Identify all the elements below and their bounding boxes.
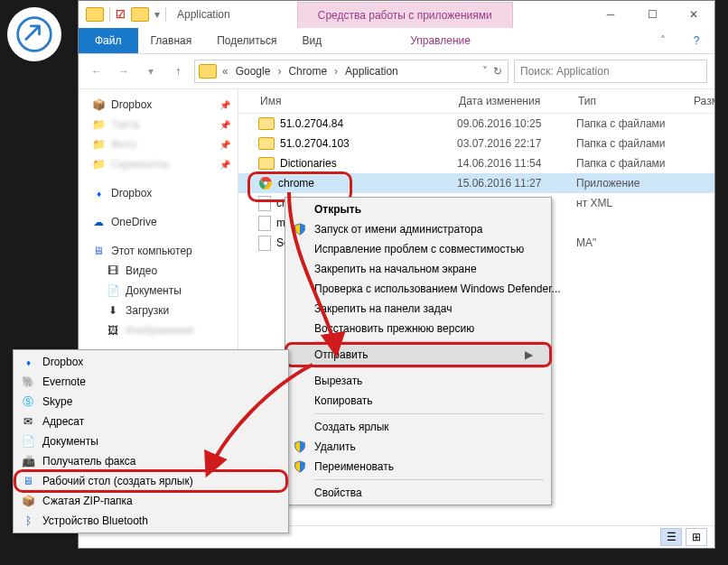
submenu-dropbox[interactable]: ⬧Dropbox (15, 352, 286, 372)
file-icon (258, 236, 271, 251)
pin-icon: 📌 (219, 100, 230, 110)
zip-icon: 📦 (21, 494, 35, 508)
view-details-button[interactable]: ☰ (660, 528, 682, 546)
breadcrumb-root-chevron[interactable]: « (220, 65, 230, 78)
maximize-button[interactable]: ☐ (631, 1, 673, 28)
submenu-desktop-shortcut[interactable]: 🖥Рабочий стол (создать ярлык) (15, 471, 286, 491)
column-size[interactable]: Разм (688, 95, 714, 107)
column-headers[interactable]: Имя Дата изменения Тип Разм (238, 89, 714, 114)
video-icon: 🎞 (106, 264, 120, 278)
menu-pin-start[interactable]: Закрепить на начальном экране (287, 259, 549, 279)
menu-run-admin[interactable]: Запуск от имени администратора (287, 219, 549, 239)
file-type: Приложение (576, 177, 686, 190)
file-date: 03.07.2016 22:17 (457, 137, 576, 150)
address-dropdown-icon[interactable]: ˅ (481, 65, 490, 78)
tree-item-dropbox[interactable]: 📦Dropbox📌 (79, 95, 238, 115)
tree-item-video[interactable]: 🎞Видео (79, 261, 238, 281)
qat-checkbox-icon[interactable]: ☑ (116, 8, 126, 21)
qat-dropdown-icon[interactable]: ▾ (154, 8, 160, 21)
search-input[interactable]: Поиск: Application (514, 60, 707, 83)
fax-icon: 📠 (21, 454, 35, 468)
bluetooth-icon: ᛒ (21, 514, 35, 528)
submenu-evernote[interactable]: 🐘Evernote (15, 372, 286, 392)
submenu-documents[interactable]: 📄Документы (15, 431, 286, 451)
breadcrumb-seg[interactable]: Application (341, 65, 402, 78)
window-title: Application (177, 8, 230, 21)
file-name: 51.0.2704.84 (280, 117, 343, 130)
tree-item-downloads[interactable]: ⬇Загрузки (79, 301, 238, 320)
tab-manage[interactable]: Управление (397, 28, 483, 53)
menu-copy[interactable]: Копировать (287, 391, 549, 411)
file-icon (258, 216, 271, 231)
path-folder-icon (199, 64, 217, 79)
minimize-button[interactable]: ─ (590, 1, 631, 28)
menu-properties[interactable]: Свойства (287, 483, 549, 503)
qat-newfolder-icon[interactable] (131, 7, 149, 22)
menu-compat[interactable]: Исправление проблем с совместимостью (287, 239, 549, 259)
folder-icon: 📁 (91, 137, 106, 152)
menu-delete[interactable]: Удалить (287, 437, 549, 457)
tree-item[interactable]: 📁Скриншоты📌 (79, 154, 238, 174)
desktop-shortcut-icon[interactable] (7, 7, 61, 61)
dropbox-icon: ⬧ (91, 186, 106, 200)
nav-up-button[interactable]: ↑ (167, 60, 189, 82)
tab-home[interactable]: Главная (138, 28, 205, 53)
breadcrumb-seg[interactable]: Chrome (285, 65, 331, 78)
downloads-icon: ⬇ (106, 303, 120, 318)
submenu-arrow-icon: ▶ (503, 348, 533, 361)
submenu-fax[interactable]: 📠Получатель факса (15, 451, 286, 471)
address-bar[interactable]: « Google › Chrome › Application ˅ ↻ (194, 60, 509, 83)
menu-shortcut[interactable]: Создать ярлык (287, 417, 549, 437)
submenu-zip[interactable]: 📦Сжатая ZIP-папка (15, 491, 286, 511)
tree-item[interactable]: 🖼Изображения (79, 320, 238, 340)
menu-rename[interactable]: Переименовать (287, 457, 549, 477)
tab-file[interactable]: Файл (79, 28, 138, 53)
file-type: МА" (576, 236, 686, 249)
tree-item-documents[interactable]: 📄Документы (79, 281, 238, 301)
folder-icon: 📁 (91, 117, 106, 132)
folder-icon: 🖼 (106, 323, 120, 338)
folder-icon (258, 157, 275, 170)
pc-icon: 🖥 (91, 244, 106, 258)
tab-view[interactable]: Вид (289, 28, 334, 53)
file-row[interactable]: 51.0.2704.10303.07.2016 22:17Папка с фай… (238, 134, 714, 153)
tree-item-onedrive[interactable]: ☁OneDrive (79, 212, 238, 232)
close-button[interactable]: ✕ (673, 1, 714, 28)
nav-back-button[interactable]: ← (86, 60, 107, 82)
help-button[interactable]: ? (678, 28, 714, 53)
menu-open[interactable]: Открыть (287, 199, 549, 219)
submenu-addressee[interactable]: ✉Адресат (15, 412, 286, 431)
menu-cut[interactable]: Вырезать (287, 371, 549, 391)
tree-item[interactable]: 📁Фото📌 (79, 134, 238, 154)
submenu-bluetooth[interactable]: ᛒУстройство Bluetooth (15, 511, 286, 531)
refresh-icon[interactable]: ↻ (491, 65, 504, 78)
file-row[interactable]: 51.0.2704.8409.06.2016 10:25Папка с файл… (238, 114, 714, 134)
documents-icon: 📄 (21, 434, 35, 449)
dropbox-icon: 📦 (91, 97, 106, 112)
menu-restore[interactable]: Восстановить прежнюю версию (287, 319, 549, 338)
tree-item-thispc[interactable]: 🖥Этот компьютер (79, 241, 238, 261)
evernote-icon: 🐘 (21, 375, 35, 389)
file-type: нт XML (576, 197, 686, 209)
menu-defender[interactable]: Проверка с использованием Windows Defend… (287, 279, 549, 299)
dropbox-icon: ⬧ (21, 355, 35, 369)
tree-item[interactable]: 📁Такта📌 (79, 115, 238, 134)
submenu-skype[interactable]: ⓈSkype (15, 392, 286, 412)
tab-share[interactable]: Поделиться (204, 28, 289, 53)
column-name[interactable]: Имя (238, 95, 459, 107)
view-icons-button[interactable]: ⊞ (686, 528, 707, 546)
column-date[interactable]: Дата изменения (459, 95, 578, 107)
menu-send-to[interactable]: Отправить▶ (286, 344, 550, 366)
sendto-submenu: ⬧Dropbox 🐘Evernote ⓈSkype ✉Адресат 📄Доку… (13, 349, 289, 533)
file-row[interactable]: Dictionaries14.06.2016 11:54Папка с файл… (238, 153, 714, 173)
ribbon-collapse-icon[interactable]: ˄ (648, 28, 678, 53)
nav-history-dropdown[interactable]: ▾ (140, 60, 162, 82)
tree-item-dropbox2[interactable]: ⬧Dropbox (79, 183, 238, 203)
column-type[interactable]: Тип (578, 95, 688, 107)
skype-icon: Ⓢ (21, 394, 35, 409)
contextual-tab-label: Средства работы с приложениями (297, 2, 513, 28)
menu-pin-taskbar[interactable]: Закрепить на панели задач (287, 299, 549, 319)
ribbon-tabs: Файл Главная Поделиться Вид Управление ˄… (79, 28, 714, 54)
onedrive-icon: ☁ (91, 215, 106, 229)
breadcrumb-seg[interactable]: Google (232, 65, 275, 78)
